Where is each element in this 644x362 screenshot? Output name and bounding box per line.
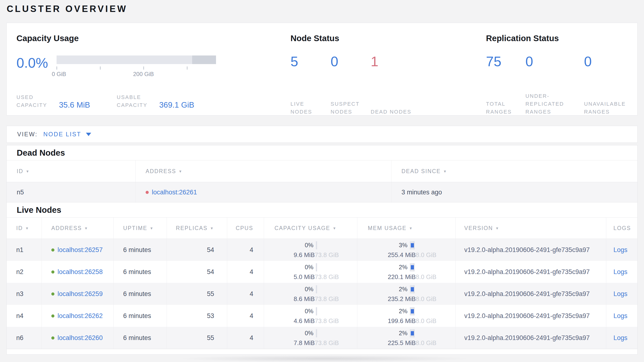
live-nodes-label: LIVE NODES — [290, 100, 326, 116]
node-capacity-usage: 0% 7.8 MiB 73.8 GiB — [264, 327, 357, 349]
usable-capacity-label-line2: CAPACITY — [117, 101, 159, 109]
node-address-link[interactable]: localhost:26258 — [58, 268, 103, 276]
logs-link[interactable]: Logs — [614, 290, 628, 298]
sort-desc-icon: ▼ — [210, 226, 214, 230]
total-ranges-stat: 75 TOTAL RANGES — [486, 55, 525, 116]
node-address-link[interactable]: localhost:26260 — [58, 334, 103, 342]
mem-total-value: 8.0 GiB — [416, 295, 436, 303]
node-cpus: 4 — [227, 239, 264, 261]
mem-bar-reserved-segment — [414, 307, 414, 315]
used-capacity-value: 35.6 MiB — [59, 100, 90, 109]
node-id: n1 — [7, 239, 42, 261]
table-row: n6 localhost:26260 6 minutes 55 4 0% 7.8… — [7, 327, 637, 349]
under-replicated-ranges-stat: 0 UNDER-REPLICATED RANGES — [525, 55, 584, 116]
live-col-uptime[interactable]: UPTIME▼ — [114, 218, 167, 239]
node-address-link[interactable]: localhost:26257 — [58, 246, 103, 254]
live-col-id[interactable]: ID▼ — [7, 218, 42, 239]
node-cpus: 4 — [227, 305, 264, 327]
under-replicated-ranges-label: UNDER-REPLICATED RANGES — [525, 92, 576, 116]
suspect-nodes-stat: 0 SUSPECT NODES — [330, 55, 371, 116]
axis-tick-label: 0 GiB — [52, 71, 66, 77]
dead-col-address-label: ADDRESS — [146, 168, 176, 174]
logs-link[interactable]: Logs — [614, 268, 628, 276]
table-row: n2 localhost:26258 6 minutes 54 4 0% 5.0… — [7, 261, 637, 283]
under-replicated-ranges-count: 0 — [525, 55, 579, 68]
mem-used-value: 255.4 MiB — [388, 251, 416, 259]
page-title: CLUSTER OVERVIEW — [7, 4, 128, 14]
table-row: n1 localhost:26257 6 minutes 54 4 0% 9.6… — [7, 239, 637, 261]
mem-usage-values: 225.5 MiB 8.0 GiB — [388, 339, 436, 347]
node-uptime: 6 minutes — [114, 239, 167, 261]
dead-col-dead-since-label: DEAD SINCE — [402, 168, 441, 174]
logs-link[interactable]: Logs — [614, 334, 628, 342]
mem-usage-bar-row: 2% — [396, 263, 414, 271]
mem-used-value: 199.6 MiB — [388, 317, 416, 325]
logs-link[interactable]: Logs — [614, 246, 628, 254]
live-col-cpus[interactable]: CPUS — [227, 218, 264, 239]
node-status-stats: 5 LIVE NODES 0 SUSPECT NODES 1 DEAD NODE… — [290, 55, 486, 116]
capacity-total-value: 73.8 GiB — [314, 339, 339, 347]
node-address-link[interactable]: localhost:26262 — [58, 312, 103, 320]
capacity-usage-section: Capacity Usage 0.0% 0 GiB 200 GiB USED — [16, 34, 290, 115]
node-uptime: 6 minutes — [114, 327, 167, 349]
dead-nodes-count: 1 — [371, 55, 411, 68]
mem-usage-bar — [410, 307, 414, 315]
live-col-capacity-usage[interactable]: CAPACITY USAGE▼ — [264, 218, 357, 239]
node-cpus: 4 — [227, 283, 264, 305]
replication-status-section: Replication Status 75 TOTAL RANGES 0 UND… — [486, 34, 637, 115]
capacity-usage-bar — [316, 329, 317, 337]
sort-desc-icon: ▼ — [409, 226, 413, 230]
capacity-usage-bar — [316, 241, 317, 249]
total-ranges-label: TOTAL RANGES — [486, 100, 520, 116]
capacity-usage-bar-row: 0% — [302, 329, 317, 337]
mem-usage-bar — [410, 285, 414, 293]
live-col-mem-usage[interactable]: MEM USAGE▼ — [357, 218, 456, 239]
logs-link[interactable]: Logs — [614, 312, 628, 320]
scroll-shadow — [182, 355, 468, 362]
unavailable-ranges-stat: 0 UNAVAILABLE RANGES — [584, 55, 637, 116]
mem-total-value: 8.0 GiB — [416, 251, 436, 259]
used-capacity-label-line1: USED — [16, 93, 59, 101]
view-dropdown[interactable]: NODE LIST — [43, 131, 91, 138]
sort-desc-icon: ▼ — [495, 226, 499, 230]
capacity-usage-bar-row: 0% — [302, 285, 317, 293]
mem-bar-reserved-segment — [414, 329, 414, 337]
live-nodes-stat: 5 LIVE NODES — [290, 55, 330, 116]
node-address-cell: localhost:26260 — [42, 327, 114, 349]
sort-desc-icon: ▼ — [443, 169, 447, 173]
nodes-tables-card: Dead Nodes ID▼ ADDRESS▼ DEAD SINCE▼ n5 l… — [6, 145, 638, 354]
mem-usage-values: 255.4 MiB 8.0 GiB — [388, 251, 436, 259]
unavailable-ranges-label: UNAVAILABLE RANGES — [584, 100, 632, 116]
used-capacity-stat: USED CAPACITY 35.6 MiB — [16, 93, 117, 109]
node-logs-cell: Logs — [606, 261, 637, 283]
usable-capacity-stat: USABLE CAPACITY 369.1 GiB — [117, 93, 217, 109]
mem-usage-percent: 2% — [396, 308, 408, 315]
live-col-address[interactable]: ADDRESS▼ — [42, 218, 114, 239]
capacity-usage-bar — [316, 307, 317, 315]
dead-col-address[interactable]: ADDRESS▼ — [136, 160, 392, 182]
node-capacity-usage: 0% 4.6 MiB 73.8 GiB — [264, 305, 357, 327]
mem-usage-values: 199.6 MiB 8.0 GiB — [388, 317, 436, 325]
capacity-usage-values: 8.6 MiB 73.8 GiB — [294, 295, 339, 303]
dead-node-address-link[interactable]: localhost:26261 — [152, 189, 197, 196]
dead-nodes-table-header: ID▼ ADDRESS▼ DEAD SINCE▼ — [7, 160, 637, 182]
dead-col-id[interactable]: ID▼ — [7, 160, 136, 182]
capacity-total-value: 73.8 GiB — [314, 251, 339, 259]
capacity-usage-title: Capacity Usage — [16, 34, 290, 43]
mem-total-value: 8.0 GiB — [416, 339, 436, 347]
node-replicas: 53 — [167, 305, 227, 327]
live-col-version[interactable]: VERSION▼ — [456, 218, 606, 239]
mem-usage-bar — [410, 241, 414, 249]
capacity-total-value: 73.8 GiB — [314, 273, 339, 281]
axis-tick — [100, 67, 100, 70]
dead-col-dead-since[interactable]: DEAD SINCE▼ — [392, 160, 637, 182]
node-address: localhost:26258 — [51, 268, 103, 276]
node-address-link[interactable]: localhost:26259 — [58, 290, 103, 298]
dead-col-id-label: ID — [17, 168, 24, 174]
node-address: localhost:26260 — [51, 334, 103, 342]
live-col-version-label: VERSION — [464, 225, 493, 232]
replication-stats: 75 TOTAL RANGES 0 UNDER-REPLICATED RANGE… — [486, 55, 637, 116]
live-col-replicas[interactable]: REPLICAS▼ — [167, 218, 227, 239]
live-col-uptime-label: UPTIME — [123, 225, 147, 232]
dead-nodes-heading: Dead Nodes — [7, 145, 637, 160]
